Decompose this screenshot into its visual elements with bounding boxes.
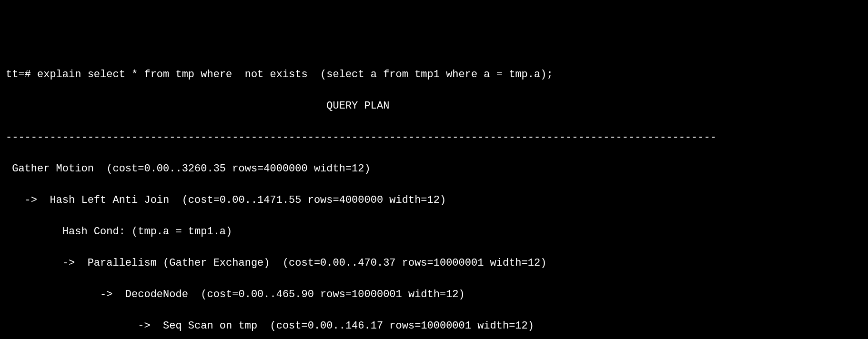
- query-plan-title: QUERY PLAN: [6, 98, 862, 114]
- plan-line: -> Parallelism (Gather Exchange) (cost=0…: [6, 255, 862, 271]
- separator-line: ----------------------------------------…: [6, 130, 862, 145]
- prompt: tt=#: [6, 69, 37, 80]
- sql-command: explain select * from tmp where not exis…: [37, 69, 553, 80]
- plan-line: Hash Cond: (tmp.a = tmp1.a): [6, 224, 862, 239]
- plan-line: -> Seq Scan on tmp (cost=0.00..146.17 ro…: [6, 318, 862, 334]
- command-line: tt=# explain select * from tmp where not…: [6, 67, 862, 82]
- plan-line: -> Hash Left Anti Join (cost=0.00..1471.…: [6, 192, 862, 208]
- plan-line: -> DecodeNode (cost=0.00..465.90 rows=10…: [6, 287, 862, 302]
- plan-line: Gather Motion (cost=0.00..3260.35 rows=4…: [6, 161, 862, 177]
